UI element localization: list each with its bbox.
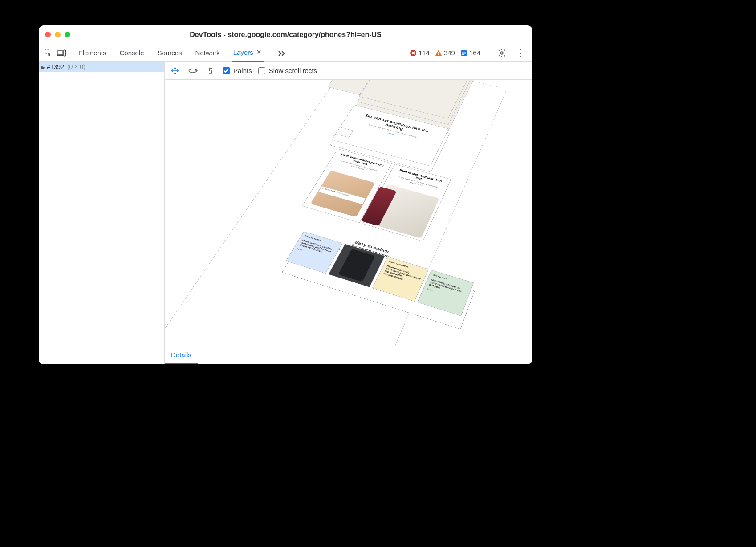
toolbar-divider — [488, 48, 488, 58]
toolbar-divider — [70, 48, 70, 58]
minimize-window-button[interactable] — [55, 32, 61, 37]
window-controls — [45, 32, 70, 37]
info-count[interactable]: 164 — [460, 49, 480, 57]
panel-tabs: Elements Console Sources Network Layers … — [77, 44, 286, 62]
error-count-value: 114 — [419, 49, 430, 57]
device-toolbar-icon[interactable] — [55, 46, 68, 60]
inspect-element-icon[interactable] — [41, 46, 55, 60]
svg-rect-4 — [438, 52, 439, 54]
devtools-toolbar: Elements Console Sources Network Layers … — [39, 44, 532, 62]
more-tabs-icon[interactable] — [278, 50, 286, 56]
svg-rect-9 — [462, 54, 464, 55]
devtools-window: DevTools - store.google.com/category/pho… — [39, 25, 532, 364]
more-options-icon[interactable]: ⋮ — [514, 46, 527, 60]
paints-checkbox[interactable]: Paints — [223, 67, 252, 74]
paints-label: Paints — [233, 67, 252, 74]
slow-scroll-checkbox-input[interactable] — [258, 67, 265, 74]
layer-id: #1392 — [47, 63, 64, 70]
error-icon — [410, 49, 417, 57]
tab-console[interactable]: Console — [118, 44, 146, 62]
slow-scroll-label: Slow scroll rects — [269, 67, 317, 74]
close-tab-icon[interactable]: ✕ — [256, 48, 262, 56]
svg-rect-1 — [57, 51, 63, 55]
layers-view-controls: Paints Slow scroll rects — [165, 62, 532, 80]
warning-count[interactable]: 349 — [435, 49, 455, 57]
details-panel: Details — [165, 346, 532, 364]
svg-rect-7 — [462, 52, 466, 53]
svg-rect-8 — [462, 53, 466, 54]
disclosure-triangle-icon[interactable]: ▶ — [41, 65, 45, 70]
settings-icon[interactable] — [495, 46, 508, 60]
info-count-value: 164 — [469, 49, 480, 57]
fullscreen-window-button[interactable] — [65, 32, 70, 37]
svg-point-11 — [189, 69, 196, 73]
rotate-mode-icon[interactable] — [187, 65, 199, 77]
error-count[interactable]: 114 — [410, 49, 430, 57]
tab-network[interactable]: Network — [194, 44, 222, 62]
layers-3d-viewport[interactable]: Extraordinary camera. Effortless editing… — [165, 80, 532, 346]
info-icon — [460, 49, 467, 57]
paints-checkbox-input[interactable] — [223, 67, 230, 74]
window-titlebar: DevTools - store.google.com/category/pho… — [39, 25, 532, 44]
reset-view-icon[interactable] — [205, 65, 216, 77]
warning-count-value: 349 — [444, 49, 455, 57]
close-window-button[interactable] — [45, 32, 51, 37]
details-tab[interactable]: Details — [165, 346, 198, 364]
warning-icon — [435, 49, 442, 57]
window-title: DevTools - store.google.com/category/pho… — [39, 31, 532, 39]
svg-point-10 — [500, 52, 503, 54]
tab-sources[interactable]: Sources — [156, 44, 184, 62]
layers-tree-sidebar[interactable]: ▶ #1392 (0 × 0) — [39, 62, 165, 364]
pan-mode-icon[interactable] — [169, 65, 181, 77]
layer-tree-item[interactable]: ▶ #1392 (0 × 0) — [39, 62, 164, 72]
slow-scroll-checkbox[interactable]: Slow scroll rects — [258, 67, 317, 74]
tab-elements[interactable]: Elements — [77, 44, 108, 62]
layer-dimensions: (0 × 0) — [67, 63, 85, 70]
tab-layers[interactable]: Layers ✕ — [232, 44, 264, 62]
tab-layers-label: Layers — [233, 49, 253, 56]
svg-rect-5 — [438, 54, 439, 55]
svg-rect-2 — [64, 50, 65, 56]
